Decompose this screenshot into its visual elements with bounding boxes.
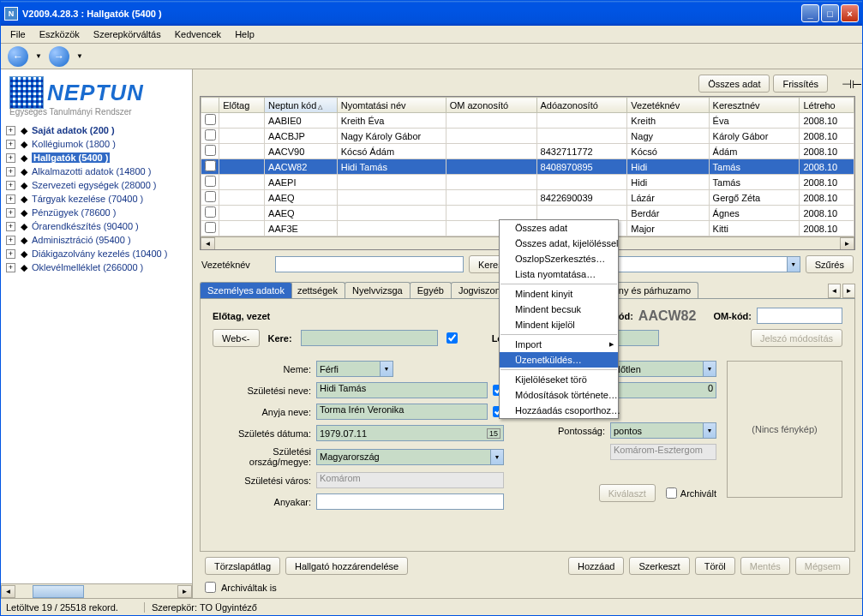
context-menu-item[interactable]: Kijelöléseket törö bbox=[500, 372, 618, 387]
expand-icon[interactable]: + bbox=[6, 222, 15, 231]
tree-item[interactable]: +◆Diákigazolvány kezelés (10400 ) bbox=[3, 247, 190, 260]
expand-icon[interactable]: + bbox=[6, 126, 15, 135]
refresh-button[interactable]: Frissítés bbox=[773, 75, 828, 93]
table-row[interactable]: AACV90Kócsó Ádám8432711772KócsóÁdám2008.… bbox=[201, 144, 854, 159]
grid-scroll-right[interactable]: ► bbox=[840, 237, 854, 250]
expand-icon[interactable]: + bbox=[6, 194, 15, 204]
apply-filter-button[interactable]: Szűrés bbox=[806, 255, 854, 273]
birthname-field[interactable]: Hidi Tamás bbox=[316, 382, 488, 398]
marital-combo[interactable]: Nőtlen▼ bbox=[610, 361, 716, 377]
menu-roleswitch[interactable]: Szerepkörváltás bbox=[87, 27, 167, 41]
row-checkbox[interactable] bbox=[205, 160, 216, 171]
tree-item[interactable]: +◆Kollégiumok (1800 ) bbox=[3, 137, 190, 151]
add-button[interactable]: Hozzáad bbox=[568, 557, 624, 575]
all-data-button[interactable]: Összes adat bbox=[698, 75, 770, 93]
nav-tree[interactable]: +◆Saját adatok (200 )+◆Kollégiumok (1800… bbox=[1, 120, 192, 583]
scroll-left-button[interactable]: ◄ bbox=[1, 585, 15, 598]
context-menu-item[interactable]: Mindent kijelöl bbox=[500, 317, 618, 332]
column-header[interactable] bbox=[201, 98, 219, 113]
row-checkbox[interactable] bbox=[205, 145, 216, 156]
select-button[interactable]: Kiválaszt bbox=[599, 484, 656, 502]
row-checkbox[interactable] bbox=[205, 191, 216, 202]
row-checkbox[interactable] bbox=[205, 129, 216, 141]
table-row[interactable]: AAEQ8422690039LázárGergő Zéta2008.10 bbox=[201, 190, 854, 206]
close-button[interactable]: × bbox=[841, 4, 859, 22]
tree-item[interactable]: +◆Hallgatók (5400 ) bbox=[3, 151, 190, 164]
tree-item[interactable]: +◆Saját adatok (200 ) bbox=[3, 123, 190, 137]
expand-icon[interactable]: + bbox=[6, 208, 15, 218]
search-checkbox[interactable] bbox=[446, 332, 458, 344]
context-menu[interactable]: Összes adatÖsszes adat, kijelölésselOszl… bbox=[499, 219, 619, 419]
children-field[interactable]: 0 bbox=[610, 382, 716, 398]
menu-help[interactable]: Help bbox=[229, 27, 261, 41]
assign-button[interactable]: Hallgató hozzárendelése bbox=[285, 557, 408, 575]
cancel-button[interactable]: Mégsem bbox=[795, 557, 850, 575]
table-row[interactable]: AACBJPNagy Károly GáborNagyKároly Gábor2… bbox=[201, 129, 854, 144]
column-header[interactable]: Neptun kód△ bbox=[265, 98, 338, 113]
context-menu-item[interactable]: Lista nyomtatása… bbox=[500, 266, 618, 282]
search-name-field[interactable] bbox=[301, 330, 438, 346]
archived-checkbox[interactable] bbox=[666, 487, 677, 499]
birthcountry-combo[interactable]: Magyarország▼ bbox=[316, 449, 504, 465]
expand-icon[interactable]: + bbox=[6, 236, 15, 245]
tree-item[interactable]: +◆Adminisztráció (95400 ) bbox=[3, 233, 190, 247]
delete-button[interactable]: Töröl bbox=[695, 557, 735, 575]
nav-back-button[interactable]: ← bbox=[8, 46, 28, 67]
context-menu-item[interactable]: Összes adat, kijelöléssel bbox=[500, 236, 618, 251]
expand-icon[interactable]: + bbox=[6, 249, 15, 259]
column-header[interactable]: Vezetéknév bbox=[627, 98, 709, 113]
pin-icon[interactable]: ⊣⊢ bbox=[842, 77, 855, 91]
tree-item[interactable]: +◆Pénzügyek (78600 ) bbox=[3, 206, 190, 219]
context-menu-item[interactable]: Üzenetküldés… bbox=[500, 352, 618, 368]
tab-personal[interactable]: Személyes adatok bbox=[200, 282, 292, 298]
context-menu-item[interactable]: Mindent becsuk bbox=[500, 302, 618, 317]
menu-favorites[interactable]: Kedvencek bbox=[169, 27, 227, 41]
menu-file[interactable]: File bbox=[4, 27, 32, 41]
row-checkbox[interactable] bbox=[205, 176, 216, 187]
scroll-thumb[interactable] bbox=[33, 585, 84, 598]
expand-icon[interactable]: + bbox=[6, 140, 15, 149]
row-checkbox[interactable] bbox=[205, 222, 216, 233]
expand-icon[interactable]: + bbox=[6, 181, 15, 190]
mothercard-field[interactable] bbox=[316, 493, 504, 510]
password-button[interactable]: Jelszó módosítás bbox=[751, 329, 842, 347]
column-header[interactable]: Előtag bbox=[219, 98, 265, 113]
mothername-field[interactable]: Torma Irén Veronika bbox=[316, 404, 488, 420]
archived-too-checkbox[interactable] bbox=[205, 582, 216, 593]
sidebar-scrollbar[interactable]: ◄ ► bbox=[1, 583, 192, 598]
column-header[interactable]: OM azonosító bbox=[446, 98, 536, 113]
menu-tools[interactable]: Eszközök bbox=[33, 27, 86, 41]
tree-item[interactable]: +◆Tárgyak kezelése (70400 ) bbox=[3, 192, 190, 206]
accuracy-combo[interactable]: pontos▼ bbox=[610, 422, 716, 439]
grid-scroll-left[interactable]: ◄ bbox=[201, 237, 215, 250]
context-menu-item[interactable]: Összes adat bbox=[500, 220, 618, 236]
context-menu-item[interactable]: Mindent kinyit bbox=[500, 286, 618, 302]
maximize-button[interactable]: □ bbox=[821, 4, 839, 22]
column-header[interactable]: Nyomtatási név bbox=[337, 98, 446, 113]
table-row[interactable]: AAEQBerdárÁgnes2008.10 bbox=[201, 206, 854, 221]
row-checkbox[interactable] bbox=[205, 114, 216, 125]
transcript-button[interactable]: Törzslapátlag bbox=[205, 557, 280, 575]
nav-forward-button[interactable]: → bbox=[49, 46, 69, 67]
context-menu-item[interactable]: Hozzáadás csoporthoz… bbox=[500, 403, 618, 418]
save-button[interactable]: Mentés bbox=[740, 557, 790, 575]
expand-icon[interactable]: + bbox=[6, 167, 15, 176]
table-row[interactable]: AABIE0Kreith ÉvaKreithÉva2008.10 bbox=[201, 113, 854, 129]
tab-scroll-right[interactable]: ► bbox=[842, 284, 855, 298]
context-menu-item[interactable]: Import bbox=[500, 337, 618, 352]
context-menu-item[interactable]: Módosítások története… bbox=[500, 387, 618, 403]
table-row[interactable]: AACW82Hidi Tamás8408970895HidiTamás2008.… bbox=[201, 159, 854, 175]
calendar-icon[interactable]: 15 bbox=[487, 428, 500, 439]
tab-other[interactable]: Egyéb bbox=[410, 282, 452, 298]
filter-input[interactable] bbox=[275, 256, 464, 272]
minimize-button[interactable]: _ bbox=[801, 4, 819, 22]
nav-forward-dropdown[interactable]: ▼ bbox=[76, 52, 83, 60]
column-header[interactable]: Létreho bbox=[800, 98, 854, 113]
tree-item[interactable]: +◆Szervezeti egységek (28000 ) bbox=[3, 178, 190, 192]
table-row[interactable]: AAEPIHidiTamás2008.10 bbox=[201, 175, 854, 190]
nav-back-dropdown[interactable]: ▼ bbox=[35, 52, 42, 60]
tree-item[interactable]: +◆Oklevélmelléklet (266000 ) bbox=[3, 260, 190, 274]
edit-button[interactable]: Szerkeszt bbox=[629, 557, 689, 575]
tab-scroll-left[interactable]: ◄ bbox=[828, 284, 841, 298]
scroll-right-button[interactable]: ► bbox=[177, 585, 192, 598]
